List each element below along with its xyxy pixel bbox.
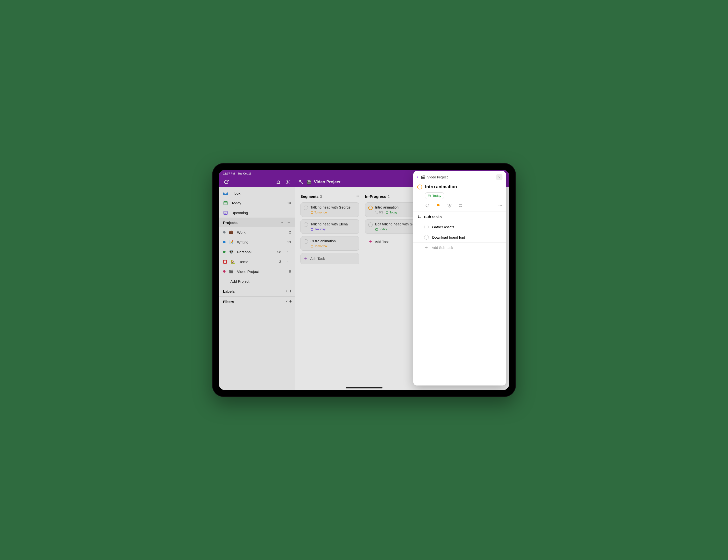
section-title: Projects [223,221,238,225]
sidebar-project-video-project[interactable]: 🎬Video Project8 [219,267,295,276]
subtask-complete-circle[interactable] [424,235,429,240]
add-filter-icon[interactable] [288,299,292,304]
project-emoji: 👽 [229,250,234,254]
add-label-icon[interactable] [288,289,292,294]
comment-icon[interactable] [458,204,463,208]
plus-icon [424,246,428,250]
flag-icon[interactable] [436,204,441,208]
column-more-icon[interactable] [355,194,359,199]
sidebar-section-projects[interactable]: Projects [219,218,295,228]
task-complete-circle[interactable] [304,223,308,227]
project-label: Writing [237,240,248,244]
project-color-dot [223,231,226,234]
svg-rect-17 [386,212,388,214]
project-count: 2 [289,230,291,234]
section-title: Filters [223,299,234,304]
add-subtask-button[interactable]: Add Sub-task [413,242,506,253]
chevron-down-icon[interactable] [279,219,286,226]
task-complete-circle[interactable] [304,240,308,244]
sidebar-item-upcoming[interactable]: Upcoming [219,208,295,218]
project-color-dot [223,241,226,243]
task-meta-date: Tomorrow [310,245,327,248]
subtask-item[interactable]: Download brand font [413,232,506,242]
svg-point-22 [499,205,499,205]
svg-point-20 [428,204,429,205]
sidebar-item-inbox[interactable]: Inbox [219,188,295,198]
svg-point-6 [356,196,356,196]
breadcrumb-emoji: 🎬 [421,175,425,179]
project-label: Work [237,230,246,235]
task-title[interactable]: Intro animation [425,184,457,190]
task-card[interactable]: Outro animationTomorrow [300,236,359,251]
project-title: Video Project [314,180,340,185]
settings-icon[interactable] [284,179,291,186]
task-complete-circle[interactable] [417,185,422,190]
expand-icon[interactable] [298,179,304,186]
subtask-item[interactable]: Gather assets [413,222,506,232]
chevron-left-icon[interactable] [285,289,288,293]
status-time: 12:37 PM [223,172,235,175]
breadcrumb-project[interactable]: Video Project [427,175,448,179]
calendar-today-icon: 13 [223,201,228,205]
more-icon[interactable] [498,203,502,208]
sidebar-project-writing[interactable]: 📝Writing19 [219,237,295,247]
close-button[interactable] [496,174,502,180]
label-icon[interactable] [425,204,430,208]
column-count: 3 [320,195,322,199]
project-count: 8 [289,270,291,274]
sidebar-project-personal[interactable]: 👽Personal98 [219,247,295,257]
task-meta-sub: 0/2 [375,211,383,214]
add-subtask-label: Add Sub-task [432,246,453,250]
project-emoji: 🎬 [306,180,311,185]
add-project-button[interactable]: Add Project [219,276,295,286]
project-emoji: 🏡 [230,260,235,264]
subtask-complete-circle[interactable] [424,225,429,229]
sidebar-item-today[interactable]: 13 Today 10 [219,198,295,208]
task-complete-circle[interactable] [368,206,373,210]
sidebar-item-label: Inbox [231,191,240,195]
notifications-icon[interactable] [275,179,282,186]
add-task-label: Add Task [310,257,325,261]
app-logo-icon[interactable] [223,179,230,186]
svg-point-2 [287,182,288,183]
status-date: Tue Oct 13 [238,172,251,175]
svg-point-24 [501,205,502,205]
sidebar-project-work[interactable]: 💼Work2 [219,228,295,237]
svg-rect-18 [376,228,378,230]
sidebar-section-labels[interactable]: Labels [219,286,295,296]
chevron-left-icon[interactable] [285,299,288,304]
project-color-dot [417,177,418,178]
add-task-button[interactable]: Add Task [300,253,359,264]
sidebar-project-home[interactable]: 🏡Home3 [219,257,295,267]
due-date-chip[interactable]: Today [425,192,444,199]
chevron-left-icon[interactable] [286,250,291,254]
home-indicator[interactable] [346,387,382,388]
svg-text:13: 13 [225,203,227,204]
plus-icon [304,256,308,261]
calendar-upcoming-icon [223,210,228,215]
task-complete-circle[interactable] [304,206,308,210]
subtasks-title: Sub-tasks [424,215,442,219]
svg-rect-11 [311,245,313,247]
reminder-icon[interactable] [447,204,452,208]
task-card[interactable]: Talking head with GeorgeTomorrow [300,203,359,217]
chevron-left-icon[interactable] [286,260,291,264]
inbox-icon [223,191,228,196]
plus-icon [223,279,227,284]
task-detail-panel: 🎬 Video Project Intro animation Today [413,171,506,385]
svg-rect-10 [311,228,313,230]
svg-point-26 [420,217,421,218]
subtasks-header: Sub-tasks [413,212,506,222]
project-label: Video Project [237,270,259,274]
project-count: 3 [279,260,281,264]
add-project-icon[interactable] [286,219,292,226]
task-complete-circle[interactable] [368,223,373,227]
section-title: Labels [223,289,235,293]
task-card[interactable]: Talking head with ElenaTuesday [300,219,359,234]
sidebar-section-filters[interactable]: Filters [219,296,295,307]
add-project-label: Add Project [230,279,250,283]
project-color-dot [223,270,226,273]
sidebar: Inbox 13 Today 10 Upcoming Projects [219,177,295,390]
task-title: Talking head with Elena [310,222,356,227]
svg-point-8 [358,196,359,196]
